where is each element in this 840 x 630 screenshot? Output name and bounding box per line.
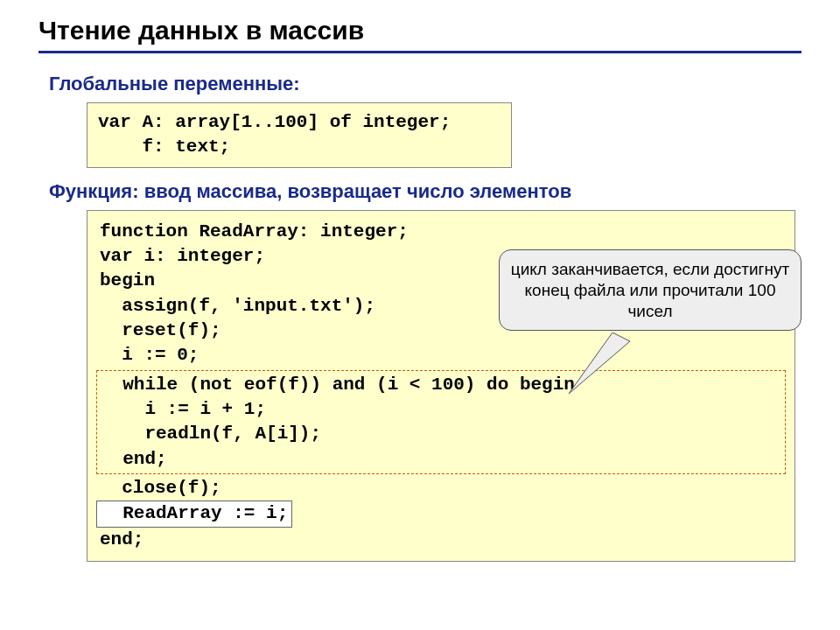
slide-title: Чтение данных в массив	[38, 16, 802, 46]
subhead-function: Функция: ввод массива, возвращает число …	[49, 180, 802, 203]
highlighted-region-loop: while (not eof(f)) and (i < 100) do begi…	[96, 370, 786, 474]
code-line: while (not eof(f)) and (i < 100) do begi…	[101, 373, 781, 397]
title-rule	[38, 51, 802, 53]
code-line: close(f);	[100, 476, 782, 500]
highlighted-return: ReadArray := i;	[96, 500, 292, 527]
code-line: f: text;	[98, 135, 500, 159]
subhead-globals: Глобальные переменные:	[49, 73, 802, 95]
code-line: i := i + 1;	[101, 397, 781, 422]
code-line: var A: array[1..100] of integer;	[98, 110, 500, 135]
code-block-globals: var A: array[1..100] of integer; f: text…	[87, 102, 512, 168]
code-line: function ReadArray: integer;	[100, 220, 782, 244]
code-line: readln(f, A[i]);	[101, 422, 781, 446]
svg-marker-0	[569, 332, 630, 394]
callout-bubble: цикл заканчивается, если достигнут конец…	[499, 249, 802, 331]
code-line: end;	[101, 447, 781, 472]
code-line: ReadArray := i;	[100, 500, 782, 527]
code-line: i := 0;	[100, 343, 782, 368]
code-line: end;	[100, 528, 782, 552]
